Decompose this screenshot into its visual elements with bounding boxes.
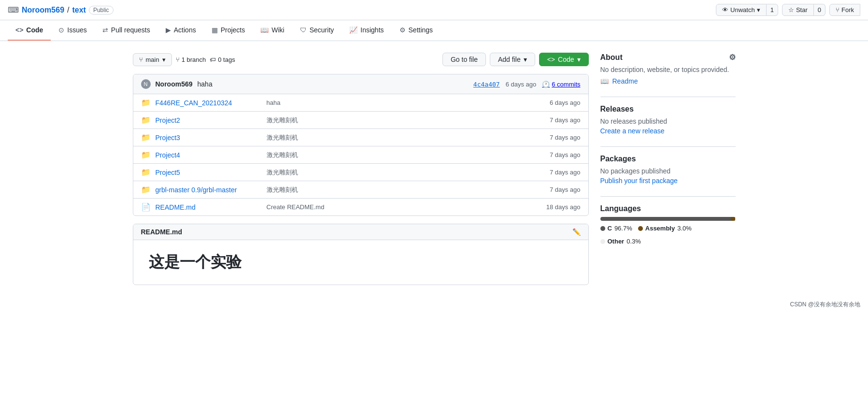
tag-count-link[interactable]: 🏷 0 tags xyxy=(210,56,235,63)
commit-time: 6 days ago xyxy=(506,81,537,88)
issues-icon: ⊙ xyxy=(58,26,64,34)
unwatch-button[interactable]: 👁 Unwatch ▾ xyxy=(716,4,767,16)
chevron-down-icon: ▾ xyxy=(757,6,760,14)
readme-content: 这是一个实验 xyxy=(149,252,573,273)
file-link[interactable]: Project4 xyxy=(156,151,180,159)
readme-header: README.md ✏️ xyxy=(133,224,588,240)
file-name: Project2 xyxy=(156,116,262,124)
readme-body: 这是一个实验 xyxy=(133,240,588,285)
folder-icon: 📁 xyxy=(141,168,151,177)
packages-section: Packages No packages published Publish y… xyxy=(600,155,736,185)
file-link[interactable]: Project5 xyxy=(156,169,180,176)
header-actions: 👁 Unwatch ▾ 1 ☆ Star 0 ⑂ Fork xyxy=(716,4,860,16)
fork-button[interactable]: ⑂ Fork xyxy=(829,4,860,16)
avatar: N xyxy=(141,79,151,89)
code-icon: <> xyxy=(547,56,555,63)
table-row: 📁 Project4 激光雕刻机 7 days ago xyxy=(133,146,588,164)
lang-percent: 0.3% xyxy=(626,238,641,245)
code-icon: <> xyxy=(15,26,23,34)
lang-item-assembly: Assembly 3.0% xyxy=(638,225,692,232)
file-commit-msg: 激光雕刻机 xyxy=(267,168,545,177)
file-name: README.md xyxy=(156,203,262,211)
goto-file-button[interactable]: Go to file xyxy=(442,53,486,66)
star-count[interactable]: 0 xyxy=(814,4,825,16)
pull-requests-icon: ⇄ xyxy=(102,26,108,34)
repo-title: ⌨ Noroom569 / text Public xyxy=(8,5,114,14)
projects-icon: ▦ xyxy=(212,26,218,34)
file-time: 18 days ago xyxy=(546,203,581,211)
languages-heading: Languages xyxy=(600,204,736,213)
footer-watermark: CSDN @没有余地没有余地 xyxy=(0,297,868,313)
star-button[interactable]: ☆ Star xyxy=(782,4,814,16)
languages-bar xyxy=(600,217,736,221)
folder-icon: 📁 xyxy=(141,185,151,194)
repo-name-link[interactable]: text xyxy=(72,6,85,14)
sidebar: About ⚙ No description, website, or topi… xyxy=(600,53,736,285)
file-name: Project5 xyxy=(156,169,262,176)
settings-gear-icon[interactable]: ⚙ xyxy=(729,53,736,62)
file-link[interactable]: Project2 xyxy=(156,116,180,124)
file-time: 7 days ago xyxy=(550,169,581,176)
main-container: ⑂ main ▾ ⑂ 1 branch 🏷 0 tags Go to file … xyxy=(125,41,743,297)
tab-issues[interactable]: ⊙ Issues xyxy=(51,20,94,41)
lang-segment-assembly xyxy=(731,217,735,221)
file-link[interactable]: README.md xyxy=(156,203,196,211)
file-link[interactable]: F446RE_CAN_20210324 xyxy=(156,99,232,107)
add-file-button[interactable]: Add file ▾ xyxy=(490,53,535,66)
commit-hash-link[interactable]: 4c4a407 xyxy=(473,81,500,88)
lang-percent: 96.7% xyxy=(614,225,632,232)
repo-icon: ⌨ xyxy=(8,5,19,14)
add-file-group: Add file ▾ xyxy=(490,53,535,66)
lang-segment-c xyxy=(600,217,731,221)
code-button[interactable]: <> Code ▾ xyxy=(539,53,589,66)
file-doc-icon: 📄 xyxy=(141,202,151,212)
about-text: No description, website, or topics provi… xyxy=(600,66,736,73)
edit-readme-icon[interactable]: ✏️ xyxy=(572,228,581,236)
tab-actions[interactable]: ▶ Actions xyxy=(158,20,204,41)
file-commit-msg: 激光雕刻机 xyxy=(267,133,545,142)
commit-author[interactable]: Noroom569 xyxy=(156,80,193,88)
book-icon: 📖 xyxy=(600,77,609,85)
code-button-group: <> Code ▾ xyxy=(539,53,589,66)
commits-link[interactable]: 🕐 6 commits xyxy=(542,81,580,88)
tab-security[interactable]: 🛡 Security xyxy=(292,20,342,41)
file-commit-msg: 激光雕刻机 xyxy=(267,186,545,194)
file-name: F446RE_CAN_20210324 xyxy=(156,99,262,107)
fork-icon: ⑂ xyxy=(836,6,840,14)
tab-projects[interactable]: ▦ Projects xyxy=(204,20,253,41)
visibility-badge: Public xyxy=(89,6,114,14)
sidebar-divider-3 xyxy=(600,196,736,197)
repo-owner-link[interactable]: Noroom569 xyxy=(22,6,64,14)
security-icon: 🛡 xyxy=(300,26,307,34)
unwatch-count[interactable]: 1 xyxy=(767,4,778,16)
file-link[interactable]: grbl-master 0.9/grbl-master xyxy=(156,186,237,194)
file-commit-msg: Create README.md xyxy=(267,203,541,211)
readme-link[interactable]: Readme xyxy=(612,77,638,85)
chevron-down-icon: ▾ xyxy=(524,56,527,63)
actions-icon: ▶ xyxy=(166,26,171,34)
folder-icon: 📁 xyxy=(141,115,151,125)
tab-pull-requests[interactable]: ⇄ Pull requests xyxy=(95,20,158,41)
branch-selector[interactable]: ⑂ main ▾ xyxy=(133,53,172,66)
file-commit-msg: 激光雕刻机 xyxy=(267,116,545,125)
tab-wiki[interactable]: 📖 Wiki xyxy=(253,20,292,41)
chevron-down-icon: ▾ xyxy=(162,56,166,63)
folder-icon: 📁 xyxy=(141,150,151,159)
file-link[interactable]: Project3 xyxy=(156,134,180,142)
tab-code[interactable]: <> Code xyxy=(8,20,51,41)
branch-count-link[interactable]: ⑂ 1 branch xyxy=(176,56,206,63)
readme-box: README.md ✏️ 这是一个实验 xyxy=(133,224,589,285)
publish-package-link[interactable]: Publish your first package xyxy=(600,177,736,185)
tab-settings[interactable]: ⚙ Settings xyxy=(392,20,441,41)
about-heading: About ⚙ xyxy=(600,53,736,62)
folder-icon: 📁 xyxy=(141,98,151,107)
lang-percent: 3.0% xyxy=(677,225,692,232)
unwatch-group: 👁 Unwatch ▾ 1 xyxy=(716,4,778,16)
lang-dot xyxy=(600,239,605,244)
tab-insights[interactable]: 📈 Insights xyxy=(342,20,391,41)
insights-icon: 📈 xyxy=(349,26,357,34)
about-section: About ⚙ No description, website, or topi… xyxy=(600,53,736,85)
file-name: grbl-master 0.9/grbl-master xyxy=(156,186,262,194)
create-release-link[interactable]: Create a new release xyxy=(600,127,736,135)
wiki-icon: 📖 xyxy=(260,26,269,34)
